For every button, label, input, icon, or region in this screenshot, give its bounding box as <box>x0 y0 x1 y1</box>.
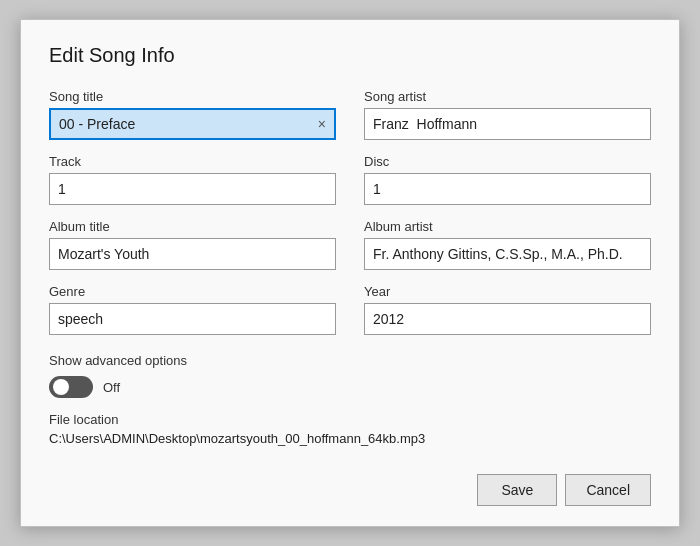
album-title-label: Album title <box>49 219 336 234</box>
toggle-state-label: Off <box>103 380 120 395</box>
song-title-clear-button[interactable]: × <box>314 115 330 133</box>
advanced-options-section: Show advanced options Off <box>49 353 651 398</box>
genre-field: Genre <box>49 284 336 335</box>
song-title-input[interactable] <box>49 108 336 140</box>
toggle-row: Off <box>49 376 651 398</box>
album-title-input[interactable] <box>49 238 336 270</box>
toggle-knob <box>53 379 69 395</box>
save-button[interactable]: Save <box>477 474 557 506</box>
dialog-title: Edit Song Info <box>49 44 651 67</box>
genre-input[interactable] <box>49 303 336 335</box>
year-field: Year <box>364 284 651 335</box>
file-location-label: File location <box>49 412 651 427</box>
song-artist-input[interactable] <box>364 108 651 140</box>
song-title-wrapper: × <box>49 108 336 140</box>
genre-label: Genre <box>49 284 336 299</box>
file-location-section: File location C:\Users\ADMIN\Desktop\moz… <box>49 412 651 446</box>
song-artist-field: Song artist <box>364 89 651 140</box>
advanced-options-toggle[interactable] <box>49 376 93 398</box>
dialog-footer: Save Cancel <box>49 464 651 506</box>
disc-label: Disc <box>364 154 651 169</box>
cancel-button[interactable]: Cancel <box>565 474 651 506</box>
song-title-label: Song title <box>49 89 336 104</box>
album-artist-label: Album artist <box>364 219 651 234</box>
song-artist-label: Song artist <box>364 89 651 104</box>
file-location-path: C:\Users\ADMIN\Desktop\mozartsyouth_00_h… <box>49 431 651 446</box>
track-input[interactable] <box>49 173 336 205</box>
year-label: Year <box>364 284 651 299</box>
advanced-options-label: Show advanced options <box>49 353 651 368</box>
form-grid: Song title × Song artist Track Disc Albu… <box>49 89 651 349</box>
track-label: Track <box>49 154 336 169</box>
album-artist-field: Album artist <box>364 219 651 270</box>
disc-input[interactable] <box>364 173 651 205</box>
album-title-field: Album title <box>49 219 336 270</box>
year-input[interactable] <box>364 303 651 335</box>
edit-song-info-dialog: Edit Song Info Song title × Song artist … <box>20 19 680 527</box>
song-title-field: Song title × <box>49 89 336 140</box>
album-artist-input[interactable] <box>364 238 651 270</box>
track-field: Track <box>49 154 336 205</box>
disc-field: Disc <box>364 154 651 205</box>
